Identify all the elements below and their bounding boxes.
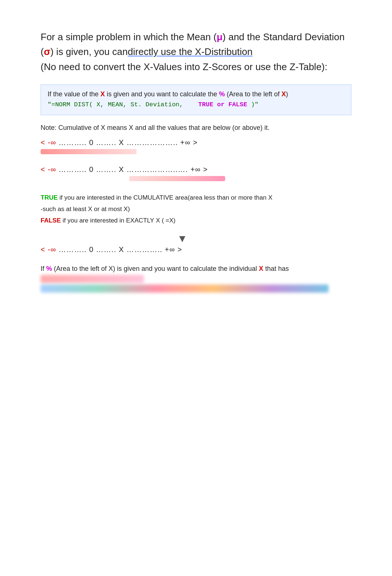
number-line-section-3: < -∞ ……….. 0 …….. X ………….. +∞ >	[41, 245, 351, 254]
sub-line: -such as at least X or at most X)	[41, 204, 351, 215]
sigma-symbol: σ	[44, 46, 51, 57]
number-line-section-2: < -∞ ……….. 0 …….. X ………………..…. +∞ >	[41, 165, 351, 181]
false-line: FALSE if you are interested in EXACTLY X…	[41, 215, 351, 227]
true-false-section: TRUE if you are interested in the CUMULA…	[41, 192, 351, 226]
intro-underlined: directly use the X-Distribution	[128, 46, 252, 57]
intro-text-3: ) is given, you can	[50, 46, 128, 57]
true-line: TRUE if you are interested in the CUMULA…	[41, 192, 351, 204]
number-line-2: < -∞ ……….. 0 …….. X ………………..…. +∞ >	[41, 165, 351, 174]
info-line-1: If the value of the X is given and you w…	[48, 89, 344, 100]
blurred-bar-1	[41, 275, 144, 283]
number-line-section-1: < -∞ ……….. 0 …….. X ……………….. +∞ >	[41, 138, 351, 154]
note-text: Note: Cumulative of X means X and all th…	[41, 124, 351, 132]
bottom-text-line: If % (Area to the left of X) is given an…	[41, 265, 351, 273]
info-box: If the value of the X is given and you w…	[41, 84, 351, 115]
highlight-bar-left-1	[41, 149, 137, 154]
mu-symbol: μ	[217, 31, 223, 42]
arrow-down-icon: ▼	[177, 233, 351, 245]
info-formula: "=NORM DIST( X, MEAN, St. Deviation, TRU…	[48, 100, 344, 110]
number-line-3: < -∞ ……….. 0 …….. X ………….. +∞ >	[41, 245, 351, 254]
intro-text-5: (No need to convert the X-Values into Z-…	[41, 61, 327, 72]
highlight-bar-right-2	[129, 176, 225, 181]
intro-paragraph: For a simple problem in which the Mean (…	[41, 30, 351, 74]
number-line-1: < -∞ ……….. 0 …….. X ……………….. +∞ >	[41, 138, 351, 147]
intro-text-1: For a simple problem in which the Mean (	[41, 31, 217, 42]
blurred-bar-2	[41, 284, 329, 293]
